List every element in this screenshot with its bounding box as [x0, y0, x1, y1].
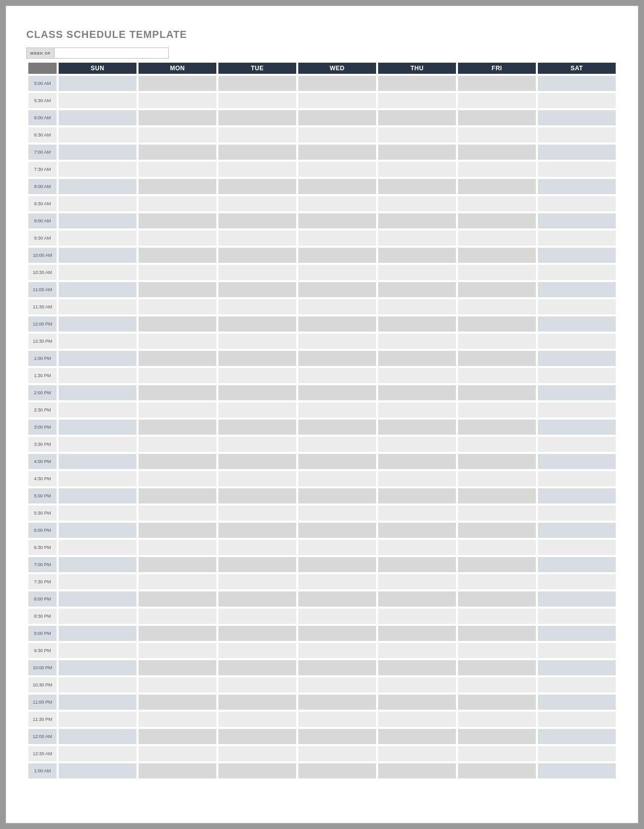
slot-wed[interactable] [298, 127, 376, 143]
slot-tue[interactable] [218, 420, 296, 435]
slot-tue[interactable] [218, 557, 296, 572]
slot-sun[interactable] [59, 402, 136, 418]
slot-sat[interactable] [538, 763, 616, 778]
slot-fri[interactable] [458, 299, 536, 314]
slot-sat[interactable] [538, 471, 616, 486]
slot-fri[interactable] [458, 265, 536, 280]
slot-wed[interactable] [298, 523, 376, 538]
slot-thu[interactable] [378, 609, 456, 624]
slot-tue[interactable] [218, 162, 296, 177]
slot-sun[interactable] [59, 540, 136, 555]
slot-tue[interactable] [218, 540, 296, 555]
slot-thu[interactable] [378, 282, 456, 297]
slot-mon[interactable] [139, 557, 216, 572]
slot-thu[interactable] [378, 93, 456, 108]
slot-mon[interactable] [139, 76, 216, 91]
slot-sat[interactable] [538, 213, 616, 228]
slot-sat[interactable] [538, 729, 616, 744]
slot-mon[interactable] [139, 488, 216, 503]
slot-thu[interactable] [378, 557, 456, 572]
slot-thu[interactable] [378, 213, 456, 228]
slot-thu[interactable] [378, 729, 456, 744]
slot-sat[interactable] [538, 110, 616, 125]
slot-wed[interactable] [298, 334, 376, 349]
slot-tue[interactable] [218, 265, 296, 280]
slot-sun[interactable] [59, 454, 136, 469]
slot-mon[interactable] [139, 265, 216, 280]
slot-sat[interactable] [538, 162, 616, 177]
slot-tue[interactable] [218, 213, 296, 228]
slot-sat[interactable] [538, 591, 616, 607]
slot-fri[interactable] [458, 385, 536, 400]
slot-tue[interactable] [218, 231, 296, 246]
slot-sun[interactable] [59, 385, 136, 400]
slot-tue[interactable] [218, 763, 296, 778]
slot-sun[interactable] [59, 368, 136, 383]
slot-sun[interactable] [59, 488, 136, 503]
slot-thu[interactable] [378, 626, 456, 641]
slot-thu[interactable] [378, 299, 456, 314]
slot-tue[interactable] [218, 385, 296, 400]
slot-tue[interactable] [218, 574, 296, 589]
slot-wed[interactable] [298, 609, 376, 624]
slot-sat[interactable] [538, 351, 616, 366]
slot-sun[interactable] [59, 145, 136, 160]
slot-thu[interactable] [378, 127, 456, 143]
slot-tue[interactable] [218, 505, 296, 521]
slot-fri[interactable] [458, 695, 536, 710]
slot-mon[interactable] [139, 591, 216, 607]
slot-sun[interactable] [59, 746, 136, 761]
slot-fri[interactable] [458, 488, 536, 503]
slot-sun[interactable] [59, 127, 136, 143]
slot-sat[interactable] [538, 402, 616, 418]
slot-sun[interactable] [59, 695, 136, 710]
slot-sat[interactable] [538, 179, 616, 194]
slot-mon[interactable] [139, 609, 216, 624]
slot-mon[interactable] [139, 454, 216, 469]
slot-mon[interactable] [139, 334, 216, 349]
slot-wed[interactable] [298, 231, 376, 246]
slot-fri[interactable] [458, 574, 536, 589]
slot-sun[interactable] [59, 93, 136, 108]
slot-thu[interactable] [378, 265, 456, 280]
slot-wed[interactable] [298, 110, 376, 125]
slot-sun[interactable] [59, 626, 136, 641]
slot-sun[interactable] [59, 248, 136, 263]
slot-sun[interactable] [59, 282, 136, 297]
slot-sun[interactable] [59, 643, 136, 658]
slot-mon[interactable] [139, 196, 216, 211]
slot-fri[interactable] [458, 110, 536, 125]
slot-sat[interactable] [538, 76, 616, 91]
slot-mon[interactable] [139, 540, 216, 555]
slot-mon[interactable] [139, 677, 216, 693]
slot-mon[interactable] [139, 746, 216, 761]
slot-fri[interactable] [458, 540, 536, 555]
slot-tue[interactable] [218, 488, 296, 503]
slot-mon[interactable] [139, 110, 216, 125]
slot-fri[interactable] [458, 763, 536, 778]
slot-sat[interactable] [538, 299, 616, 314]
slot-thu[interactable] [378, 316, 456, 332]
slot-thu[interactable] [378, 402, 456, 418]
slot-sun[interactable] [59, 437, 136, 452]
slot-tue[interactable] [218, 591, 296, 607]
slot-fri[interactable] [458, 677, 536, 693]
slot-sun[interactable] [59, 712, 136, 727]
slot-tue[interactable] [218, 677, 296, 693]
slot-sun[interactable] [59, 334, 136, 349]
slot-fri[interactable] [458, 213, 536, 228]
slot-tue[interactable] [218, 454, 296, 469]
slot-sun[interactable] [59, 196, 136, 211]
slot-wed[interactable] [298, 695, 376, 710]
slot-wed[interactable] [298, 93, 376, 108]
slot-fri[interactable] [458, 196, 536, 211]
slot-thu[interactable] [378, 437, 456, 452]
slot-tue[interactable] [218, 127, 296, 143]
slot-thu[interactable] [378, 231, 456, 246]
slot-fri[interactable] [458, 420, 536, 435]
slot-wed[interactable] [298, 368, 376, 383]
slot-sat[interactable] [538, 316, 616, 332]
slot-mon[interactable] [139, 385, 216, 400]
slot-thu[interactable] [378, 76, 456, 91]
slot-wed[interactable] [298, 76, 376, 91]
